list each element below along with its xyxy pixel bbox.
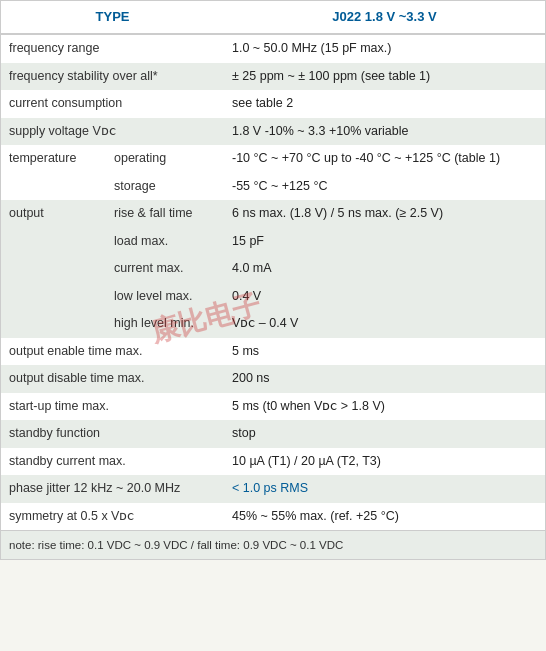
- value-cell: < 1.0 ps RMS: [224, 475, 545, 503]
- page-container: 康比电子 TYPE J022 1.8 V ~3.3 V frequency ra…: [0, 0, 546, 560]
- value-cell: stop: [224, 420, 545, 448]
- table-row: load max.15 pF: [1, 228, 545, 256]
- table-row: current consumptionsee table 2: [1, 90, 545, 118]
- value-cell: see table 2: [224, 90, 545, 118]
- sub-cell: load max.: [106, 228, 224, 256]
- value-cell: 10 µA (T1) / 20 µA (T2, T3): [224, 448, 545, 476]
- category-cell: output enable time max.: [1, 338, 224, 366]
- category-cell: standby function: [1, 420, 224, 448]
- sub-cell: storage: [106, 173, 224, 201]
- value-cell: 200 ns: [224, 365, 545, 393]
- spec-table-container: TYPE J022 1.8 V ~3.3 V frequency range1.…: [0, 0, 546, 560]
- value-cell: Vᴅᴄ – 0.4 V: [224, 310, 545, 338]
- sub-cell: operating: [106, 145, 224, 173]
- table-row: temperatureoperating-10 °C ~ +70 °C up t…: [1, 145, 545, 173]
- category-cell: phase jitter 12 kHz ~ 20.0 MHz: [1, 475, 224, 503]
- sub-cell: rise & fall time: [106, 200, 224, 228]
- sub-cell: high level min.: [106, 310, 224, 338]
- category-cell: output disable time max.: [1, 365, 224, 393]
- table-row: high level min.Vᴅᴄ – 0.4 V: [1, 310, 545, 338]
- table-row: outputrise & fall time6 ns max. (1.8 V) …: [1, 200, 545, 228]
- table-row: current max.4.0 mA: [1, 255, 545, 283]
- category-cell: temperature: [1, 145, 106, 173]
- category-cell: frequency range: [1, 34, 224, 63]
- value-cell: 45% ~ 55% max. (ref. +25 °C): [224, 503, 545, 531]
- sub-cell: low level max.: [106, 283, 224, 311]
- table-row: start-up time max.5 ms (t0 when Vᴅᴄ > 1.…: [1, 393, 545, 421]
- spec-table: TYPE J022 1.8 V ~3.3 V frequency range1.…: [1, 1, 545, 559]
- table-row: phase jitter 12 kHz ~ 20.0 MHz< 1.0 ps R…: [1, 475, 545, 503]
- table-row: standby current max.10 µA (T1) / 20 µA (…: [1, 448, 545, 476]
- category-cell: symmetry at 0.5 x Vᴅᴄ: [1, 503, 224, 531]
- value-cell: 6 ns max. (1.8 V) / 5 ns max. (≥ 2.5 V): [224, 200, 545, 228]
- category-cell: frequency stability over all*: [1, 63, 224, 91]
- value-cell: -55 °C ~ +125 °C: [224, 173, 545, 201]
- note-text: note: rise time: 0.1 VDC ~ 0.9 VDC / fal…: [1, 531, 545, 560]
- value-cell: ± 25 ppm ~ ± 100 ppm (see table 1): [224, 63, 545, 91]
- category-cell: standby current max.: [1, 448, 224, 476]
- value-cell: 15 pF: [224, 228, 545, 256]
- value-cell: 1.8 V -10% ~ 3.3 +10% variable: [224, 118, 545, 146]
- sub-cell: current max.: [106, 255, 224, 283]
- table-row: storage-55 °C ~ +125 °C: [1, 173, 545, 201]
- category-cell: [1, 283, 106, 311]
- category-cell: start-up time max.: [1, 393, 224, 421]
- value-cell: -10 °C ~ +70 °C up to -40 °C ~ +125 °C (…: [224, 145, 545, 173]
- header-model: J022 1.8 V ~3.3 V: [224, 1, 545, 34]
- value-cell: 5 ms: [224, 338, 545, 366]
- table-row: standby functionstop: [1, 420, 545, 448]
- table-row: low level max.0.4 V: [1, 283, 545, 311]
- table-row: frequency range1.0 ~ 50.0 MHz (15 pF max…: [1, 34, 545, 63]
- value-cell: 5 ms (t0 when Vᴅᴄ > 1.8 V): [224, 393, 545, 421]
- value-cell: 1.0 ~ 50.0 MHz (15 pF max.): [224, 34, 545, 63]
- table-row: output enable time max.5 ms: [1, 338, 545, 366]
- category-cell: supply voltage Vᴅᴄ: [1, 118, 224, 146]
- table-header: TYPE J022 1.8 V ~3.3 V: [1, 1, 545, 34]
- note-row: note: rise time: 0.1 VDC ~ 0.9 VDC / fal…: [1, 531, 545, 560]
- category-cell: [1, 255, 106, 283]
- table-row: frequency stability over all*± 25 ppm ~ …: [1, 63, 545, 91]
- category-cell: [1, 310, 106, 338]
- table-row: output disable time max.200 ns: [1, 365, 545, 393]
- table-row: symmetry at 0.5 x Vᴅᴄ45% ~ 55% max. (ref…: [1, 503, 545, 531]
- category-cell: [1, 173, 106, 201]
- category-cell: [1, 228, 106, 256]
- value-cell: 0.4 V: [224, 283, 545, 311]
- category-cell: output: [1, 200, 106, 228]
- header-type: TYPE: [1, 1, 224, 34]
- category-cell: current consumption: [1, 90, 224, 118]
- table-row: supply voltage Vᴅᴄ1.8 V -10% ~ 3.3 +10% …: [1, 118, 545, 146]
- value-cell: 4.0 mA: [224, 255, 545, 283]
